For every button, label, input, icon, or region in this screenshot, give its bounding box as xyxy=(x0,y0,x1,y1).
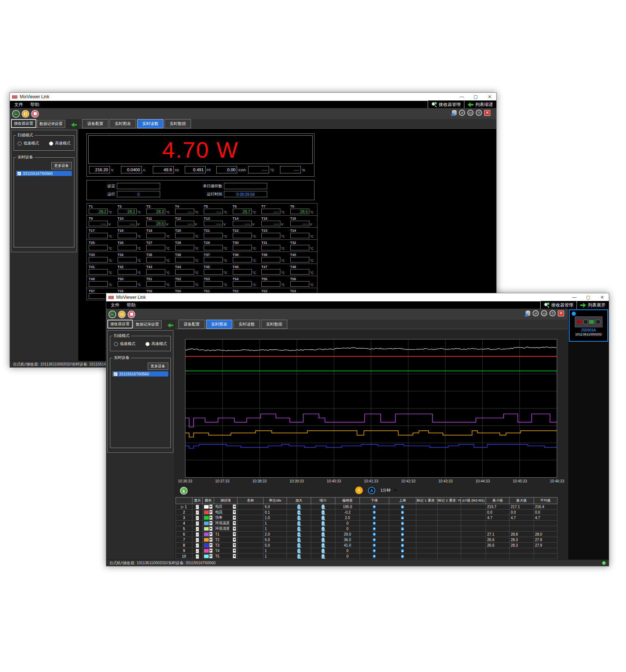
move-down-button[interactable]: ▼ xyxy=(373,522,376,525)
zoom-out-icon[interactable]: − xyxy=(321,521,325,526)
move-down-button[interactable]: ▼ xyxy=(373,511,376,514)
move-up-button[interactable]: ▲ xyxy=(401,549,404,552)
column-header[interactable]: 测试项 xyxy=(214,497,237,504)
move-up-button[interactable]: ▲ xyxy=(401,544,404,547)
table-row[interactable]: 10✓T51+−0▼▲ xyxy=(176,554,557,559)
zoom-in-icon[interactable]: + xyxy=(297,532,301,537)
titlebar[interactable]: MixViewer Link — ▢ ✕ xyxy=(10,93,496,101)
color-swatch[interactable] xyxy=(204,554,209,558)
move-down-button[interactable]: ▼ xyxy=(373,544,376,547)
color-swatch[interactable] xyxy=(204,521,209,525)
color-dropdown-button[interactable] xyxy=(209,510,213,514)
zoom-out-icon[interactable]: − xyxy=(321,554,325,559)
column-header[interactable]: 最小值 xyxy=(486,497,509,504)
receiver-manage-button[interactable]: + 接收器管理 xyxy=(428,100,464,109)
name-cell[interactable] xyxy=(237,526,264,532)
zoom-out-icon[interactable]: − xyxy=(321,548,325,554)
show-checkbox[interactable]: ✓ xyxy=(196,549,199,553)
column-header[interactable]: 平均值 xyxy=(534,497,557,504)
zoom-in-icon[interactable]: + xyxy=(297,510,301,515)
show-checkbox[interactable]: ✓ xyxy=(196,554,199,559)
table-row[interactable]: 6✓T12.0+−29.0▼▲27.128.828.0 xyxy=(176,532,557,537)
minimize-button[interactable]: — xyxy=(456,93,468,100)
item-dropdown-button[interactable] xyxy=(233,532,236,536)
row-number[interactable]: 6 xyxy=(176,532,192,537)
menu-file[interactable]: 文件 xyxy=(14,102,23,108)
column-header[interactable]: 名称 xyxy=(237,497,264,504)
row-number[interactable]: 3 xyxy=(176,515,192,521)
name-cell[interactable] xyxy=(237,532,264,537)
color-dropdown-button[interactable] xyxy=(209,521,213,525)
tab-record-settings[interactable]: 数据记录设置 xyxy=(37,120,65,128)
move-up-button[interactable]: ▲ xyxy=(401,527,404,530)
item-dropdown-button[interactable] xyxy=(233,548,236,553)
export-icon[interactable]: ↗ xyxy=(533,310,539,316)
tab-实时数据[interactable]: 实时数据 xyxy=(165,119,191,128)
row-number[interactable]: ▷ 1 xyxy=(176,504,192,510)
zoom-in-icon[interactable]: + xyxy=(297,543,301,548)
help-icon[interactable]: ? xyxy=(549,310,556,316)
tab-设备配置[interactable]: 设备配置 xyxy=(178,320,205,329)
collapse-panel-arrow-icon[interactable] xyxy=(167,323,173,328)
color-dropdown-button[interactable] xyxy=(209,554,213,558)
receiver-manage-button[interactable]: + 接收器管理 xyxy=(540,301,577,309)
move-down-button[interactable]: ▼ xyxy=(373,555,376,558)
close-button[interactable]: ✕ xyxy=(596,294,608,301)
column-header[interactable] xyxy=(176,497,192,504)
tab-record-settings[interactable]: 数据记录设置 xyxy=(133,320,162,328)
move-up-button[interactable]: ▲ xyxy=(401,511,404,514)
receiver-device-card[interactable]: JS5901A 10113611000202 xyxy=(569,309,608,342)
more-devices-button[interactable]: 更多设备 xyxy=(51,162,72,169)
color-swatch[interactable] xyxy=(204,543,209,547)
zoom-out-icon[interactable]: − xyxy=(321,515,325,521)
show-checkbox[interactable]: ✓ xyxy=(196,505,199,509)
move-up-button[interactable]: ▲ xyxy=(401,533,404,536)
titlebar[interactable]: MixViewer Link — ▢ ✕ xyxy=(106,293,609,301)
window-icon[interactable]: ▭ xyxy=(467,110,474,116)
export-icon[interactable]: ↗ xyxy=(459,110,465,116)
zoom-out-icon[interactable]: − xyxy=(321,526,325,532)
column-header[interactable]: 最大值 xyxy=(509,497,534,504)
tab-实时数据[interactable]: 实时数据 xyxy=(261,320,287,329)
table-row[interactable]: 9✓T41+−0▼▲ xyxy=(176,548,557,554)
column-header[interactable]: 下移 xyxy=(360,497,389,504)
menu-help[interactable]: 帮助 xyxy=(127,302,136,308)
column-header[interactable]: 缩小 xyxy=(311,497,335,504)
tab-实时图表[interactable]: 实时图表 xyxy=(110,119,136,128)
color-dropdown-button[interactable] xyxy=(209,543,213,547)
name-cell[interactable] xyxy=(237,504,264,510)
zoom-in-icon[interactable]: + xyxy=(297,548,301,554)
table-row[interactable]: 2✓电流0.1+−-0.2▼▲0.00.00.0 xyxy=(176,510,557,515)
zoom-out-icon[interactable]: − xyxy=(321,510,325,515)
row-number[interactable]: 5 xyxy=(176,526,192,532)
zoom-in-icon[interactable]: + xyxy=(297,554,301,559)
name-cell[interactable] xyxy=(237,521,264,526)
name-cell[interactable] xyxy=(237,554,264,559)
item-dropdown-button[interactable] xyxy=(233,510,236,514)
row-number[interactable]: 9 xyxy=(176,548,192,554)
color-dropdown-button[interactable] xyxy=(209,548,213,553)
item-dropdown-button[interactable] xyxy=(233,554,236,558)
row-number[interactable]: 10 xyxy=(176,554,192,559)
color-swatch[interactable] xyxy=(204,510,209,514)
item-dropdown-button[interactable] xyxy=(233,504,236,509)
name-cell[interactable] xyxy=(237,515,264,521)
interval-select[interactable]: 1分钟 xyxy=(380,488,397,493)
color-dropdown-button[interactable] xyxy=(209,532,213,536)
move-down-button[interactable]: ▼ xyxy=(373,516,376,519)
scan-start-button[interactable] xyxy=(108,311,116,318)
move-up-button[interactable]: ▲ xyxy=(401,555,404,558)
zoom-out-icon[interactable]: − xyxy=(321,537,325,543)
zoom-in-icon[interactable]: + xyxy=(297,515,301,521)
maximize-button[interactable]: ▢ xyxy=(470,93,482,100)
column-header[interactable]: 标记 1 通道: Y值 xyxy=(416,497,437,504)
minimize-button[interactable]: — xyxy=(568,294,580,301)
move-down-button[interactable]: ▼ xyxy=(373,505,376,508)
table-row[interactable]: 5✓环境湿度1+−0▼▲ xyxy=(176,526,557,532)
name-cell[interactable] xyxy=(237,510,264,515)
scroll-up-button[interactable]: ▲ xyxy=(180,487,188,495)
color-swatch[interactable] xyxy=(204,538,209,542)
radio-high-speed[interactable]: 高速模式 xyxy=(146,341,167,346)
zoom-out-icon[interactable]: − xyxy=(321,543,325,548)
item-dropdown-button[interactable] xyxy=(233,521,236,525)
